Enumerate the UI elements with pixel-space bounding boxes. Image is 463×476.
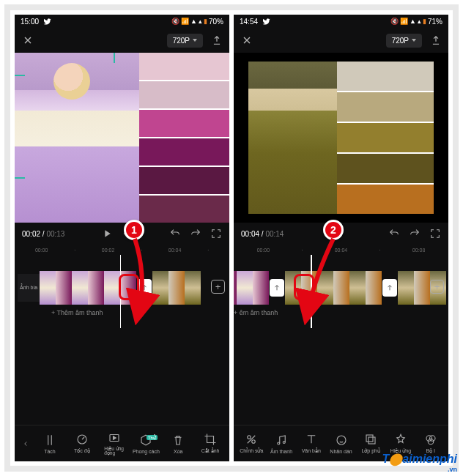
resolution-button[interactable]: 720P	[386, 34, 422, 48]
timeline[interactable]: + êm âm thanh	[234, 255, 448, 328]
battery-icon: ▮	[204, 18, 207, 25]
redo-icon[interactable]	[190, 228, 201, 239]
tool-style[interactable]: ThửPhong cách	[130, 434, 162, 454]
preview-image	[248, 62, 337, 214]
chevron-down-icon	[412, 39, 416, 42]
signal-icon: 📶	[400, 18, 408, 25]
clip-2[interactable]	[152, 271, 201, 305]
bottom-toolbar: Tách Tốc độ Hiệu ứng động ThửPhong cách …	[15, 425, 229, 461]
tool-filter[interactable]: Bộ l	[415, 433, 445, 454]
battery-pct: 70%	[209, 18, 223, 26]
tool-audio[interactable]: Âm thanh	[267, 434, 297, 454]
battery-icon: ▮	[423, 18, 426, 25]
clock: 15:00	[21, 18, 39, 26]
play-controls: 00:02 / 00:13	[15, 223, 229, 245]
wifi-icon: ▲	[410, 18, 416, 25]
tool-overlay[interactable]: Lớp phủ	[356, 433, 386, 454]
export-icon[interactable]	[431, 35, 441, 45]
back-button[interactable]	[18, 439, 34, 449]
top-bar: 720P	[15, 28, 229, 53]
export-icon[interactable]	[212, 35, 222, 45]
signal2-icon: ▴	[199, 18, 202, 25]
timeline-ruler: 00:00 · 00:02 · 00:04 ·	[15, 245, 229, 255]
tool-speed[interactable]: Tốc độ	[66, 433, 98, 454]
svg-rect-7	[366, 435, 373, 442]
phone-left: 15:00 🔇 📶 ▲ ▴ ▮ 70% 720P	[15, 15, 229, 461]
close-icon[interactable]	[22, 34, 34, 46]
time-display: 00:04 / 00:14	[241, 230, 284, 238]
svg-rect-8	[368, 437, 375, 444]
timeline-ruler: 00:00 · 00:04 · 00:08	[234, 245, 448, 255]
tool-crop[interactable]: Cắt ảnh	[194, 433, 226, 454]
fullscreen-icon[interactable]	[429, 228, 441, 239]
redo-icon[interactable]	[409, 228, 421, 239]
undo-icon[interactable]	[388, 228, 400, 239]
timeline[interactable]: Ảnh bìa + Thêm âm thanh	[15, 255, 229, 328]
resolution-label: 720P	[173, 37, 190, 45]
tool-animation[interactable]: Hiệu ứng động	[98, 431, 130, 456]
svg-point-4	[278, 442, 280, 445]
preview-image	[15, 53, 139, 223]
twitter-icon	[43, 18, 51, 26]
svg-point-5	[283, 441, 285, 443]
tool-text[interactable]: Văn bản	[296, 433, 326, 454]
add-clip-button[interactable]: +	[430, 280, 444, 294]
add-audio-button[interactable]: Thêm âm thanh	[51, 309, 103, 316]
transition-button[interactable]	[137, 279, 152, 297]
clock: 14:54	[240, 18, 258, 26]
add-audio-button[interactable]: êm âm thanh	[234, 309, 278, 316]
video-preview[interactable]	[15, 53, 229, 223]
color-palette	[337, 62, 434, 214]
svg-point-2	[248, 436, 251, 439]
signal2-icon: ▴	[418, 18, 421, 25]
svg-point-10	[429, 436, 435, 442]
video-preview[interactable]	[234, 53, 448, 223]
transition-button-2[interactable]	[382, 279, 397, 297]
clip-1[interactable]	[40, 271, 136, 305]
watermark: T⬤aimienphi .vn	[382, 452, 457, 473]
phone-right: 14:54 🔇 📶 ▲ ▴ ▮ 71% 720P	[234, 15, 448, 461]
status-bar: 14:54 🔇 📶 ▲ ▴ ▮ 71%	[234, 15, 448, 28]
battery-pct: 71%	[428, 18, 442, 26]
twitter-icon	[262, 18, 270, 26]
tool-split[interactable]: Tách	[34, 434, 66, 454]
chevron-down-icon	[193, 39, 197, 42]
add-clip-button[interactable]: +	[211, 280, 225, 294]
fullscreen-icon[interactable]	[210, 228, 222, 239]
time-display: 00:02 / 00:13	[22, 230, 64, 238]
svg-point-6	[337, 436, 346, 445]
cover-button[interactable]: Ảnh bìa	[18, 274, 40, 302]
tool-edit[interactable]: Chỉnh sửa	[237, 433, 267, 454]
tool-delete[interactable]: Xóa	[162, 434, 194, 454]
wifi-icon: ▲	[190, 18, 197, 25]
clip-1[interactable]	[234, 271, 269, 305]
tool-effects[interactable]: Hiệu ứng	[386, 433, 416, 454]
clip-2[interactable]	[285, 271, 382, 305]
status-bar: 15:00 🔇 📶 ▲ ▴ ▮ 70%	[15, 15, 229, 28]
close-icon[interactable]	[241, 34, 253, 46]
undo-icon[interactable]	[169, 228, 181, 239]
signal-icon: 📶	[181, 18, 189, 25]
svg-point-3	[252, 440, 256, 444]
color-palette	[139, 53, 229, 223]
play-icon[interactable]	[101, 228, 113, 239]
transition-button-1[interactable]	[270, 279, 284, 297]
callout-badge-1: 1	[124, 220, 144, 240]
resolution-button[interactable]: 720P	[167, 34, 203, 48]
tool-sticker[interactable]: Nhãn dán	[326, 434, 356, 454]
svg-point-11	[428, 439, 434, 445]
mute-icon: 🔇	[171, 18, 179, 25]
callout-badge-2: 2	[323, 220, 344, 240]
top-bar: 720P	[234, 28, 448, 53]
mute-icon: 🔇	[390, 18, 399, 25]
watermark-logo-icon: ⬤	[389, 453, 402, 465]
resolution-label: 720P	[392, 37, 409, 45]
